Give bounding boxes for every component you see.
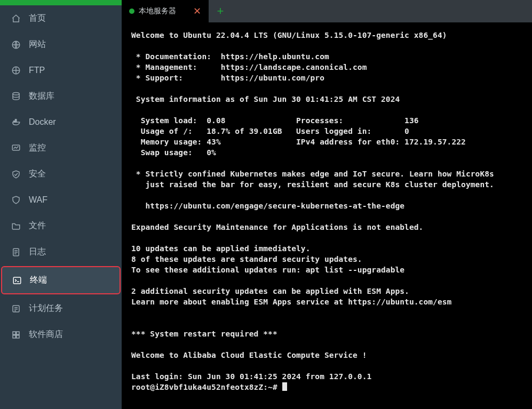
sidebar-item-waf[interactable]: WAF	[0, 187, 122, 213]
sidebar-item-ftp[interactable]: FTP	[0, 58, 122, 83]
monitor-icon	[11, 143, 21, 154]
main: 本地服务器 ✕ + Welcome to Ubuntu 22.04.4 LTS …	[122, 0, 532, 409]
tab-local-server[interactable]: 本地服务器 ✕	[122, 0, 209, 22]
tab-bar: 本地服务器 ✕ +	[122, 0, 532, 22]
sidebar-item-label: 首页	[29, 13, 46, 24]
sidebar-item-label: 监控	[29, 142, 46, 154]
sidebar-item-site[interactable]: 网站	[0, 31, 122, 58]
svg-point-2	[13, 92, 19, 95]
shield-check-icon	[11, 169, 21, 180]
ftp-icon	[11, 65, 21, 76]
sidebar-item-monitor[interactable]: 监控	[0, 135, 122, 161]
sidebar-item-database[interactable]: 数据库	[0, 83, 122, 109]
sidebar-item-label: 文件	[29, 220, 46, 231]
svg-rect-5	[15, 119, 17, 121]
sidebar-item-security[interactable]: 安全	[0, 161, 122, 187]
sidebar-item-label: FTP	[29, 66, 45, 75]
sidebar-item-label: WAF	[29, 195, 47, 205]
terminal-icon	[12, 275, 22, 286]
sidebar: 首页 网站 FTP 数据库 Docker 监控 安全	[0, 0, 122, 409]
sidebar-item-cron[interactable]: 计划任务	[0, 295, 122, 322]
sidebar-item-terminal[interactable]: 终端	[1, 266, 121, 294]
folder-icon	[11, 221, 21, 231]
sidebar-item-label: 终端	[30, 275, 47, 286]
cursor-icon	[282, 382, 287, 391]
shield-icon	[11, 195, 21, 205]
sidebar-item-label: Docker	[29, 117, 56, 127]
svg-rect-18	[17, 332, 19, 334]
status-dot-icon	[129, 9, 134, 14]
docker-icon	[11, 117, 21, 127]
svg-rect-19	[13, 335, 15, 338]
svg-rect-11	[13, 277, 21, 284]
checklist-icon	[11, 303, 21, 314]
sidebar-item-files[interactable]: 文件	[0, 213, 122, 239]
home-icon	[11, 13, 21, 24]
sidebar-item-label: 软件商店	[29, 329, 63, 340]
plus-icon: +	[217, 4, 224, 18]
sidebar-item-label: 安全	[29, 169, 46, 180]
sidebar-top-accent	[0, 0, 122, 5]
sidebar-item-label: 数据库	[29, 91, 54, 102]
svg-rect-4	[15, 121, 17, 122]
shell-prompt[interactable]: root@iZ8vbf1uka4u52nfeotx8zZ:~#	[131, 383, 282, 391]
tab-label: 本地服务器	[139, 6, 176, 16]
close-icon[interactable]: ✕	[193, 6, 201, 16]
svg-rect-3	[14, 121, 15, 122]
sidebar-item-label: 计划任务	[29, 303, 63, 314]
sidebar-item-logs[interactable]: 日志	[0, 239, 122, 265]
sidebar-item-home[interactable]: 首页	[0, 5, 122, 31]
globe-icon	[11, 39, 21, 50]
database-icon	[11, 91, 21, 102]
sidebar-item-softstore[interactable]: 软件商店	[0, 322, 122, 348]
svg-rect-17	[13, 332, 15, 334]
sidebar-item-docker[interactable]: Docker	[0, 109, 122, 135]
svg-rect-20	[17, 335, 19, 338]
document-icon	[11, 247, 21, 258]
tab-add-button[interactable]: +	[209, 0, 232, 22]
sidebar-item-label: 日志	[29, 246, 46, 258]
terminal-output[interactable]: Welcome to Ubuntu 22.04.4 LTS (GNU/Linux…	[122, 22, 532, 409]
sidebar-item-label: 网站	[29, 39, 46, 50]
apps-grid-icon	[11, 330, 21, 340]
